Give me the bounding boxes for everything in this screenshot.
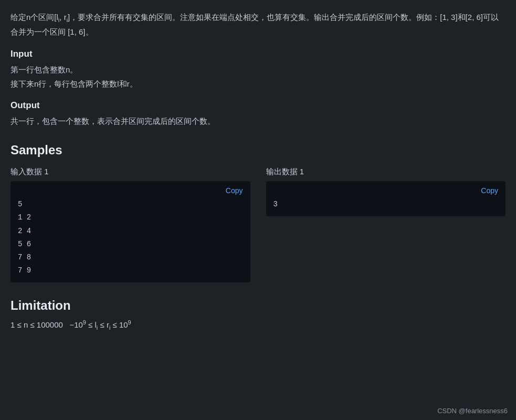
input-line2: 接下来n行，每行包含两个整数l和r。: [10, 77, 506, 91]
sample1-input-code: 5 1 2 2 4 5 6 7 8 7 9: [18, 198, 243, 277]
output-title: Output: [10, 100, 506, 111]
copy-input-button[interactable]: Copy: [224, 185, 245, 196]
sample1-output-code: 3: [273, 198, 499, 211]
samples-title: Samples: [10, 143, 506, 158]
limitation-section: Limitation 1 ≤ n ≤ 100000 −109 ≤ li ≤ ri…: [10, 298, 506, 331]
limitation-content: 1 ≤ n ≤ 100000 −109 ≤ li ≤ ri ≤ 109: [10, 319, 506, 331]
limitation-title: Limitation: [10, 298, 506, 313]
sample1-input-block: 输入数据 1 Copy 5 1 2 2 4 5 6 7 8 7 9: [10, 167, 250, 282]
copy-output-button[interactable]: Copy: [479, 185, 500, 196]
input-title: Input: [10, 49, 506, 59]
problem-container: 给定n个区间[li, ri]，要求合并所有有交集的区间。注意如果在端点处相交，也…: [10, 10, 506, 331]
input-line1: 第一行包含整数n。: [10, 62, 506, 77]
samples-section: Samples 输入数据 1 Copy 5 1 2 2 4 5 6 7 8 7 …: [10, 143, 506, 282]
sample1-input-label: 输入数据 1: [10, 167, 250, 177]
problem-description: 给定n个区间[li, ri]，要求合并所有有交集的区间。注意如果在端点处相交，也…: [10, 10, 506, 38]
output-line1: 共一行，包含一个整数，表示合并区间完成后的区间个数。: [10, 114, 506, 128]
sample1-output-label: 输出数据 1: [266, 167, 506, 177]
sample1-output-box: Copy 3: [266, 181, 506, 216]
sample1-output-block: 输出数据 1 Copy 3: [266, 167, 506, 282]
output-section: Output 共一行，包含一个整数，表示合并区间完成后的区间个数。: [10, 100, 506, 128]
sample1-input-box: Copy 5 1 2 2 4 5 6 7 8 7 9: [10, 181, 250, 282]
footer: CSDN @fearlessness6: [437, 407, 508, 415]
footer-text: CSDN @fearlessness6: [437, 407, 508, 415]
samples-container: 输入数据 1 Copy 5 1 2 2 4 5 6 7 8 7 9 输出数据 1…: [10, 167, 506, 282]
input-section: Input 第一行包含整数n。 接下来n行，每行包含两个整数l和r。: [10, 49, 506, 91]
